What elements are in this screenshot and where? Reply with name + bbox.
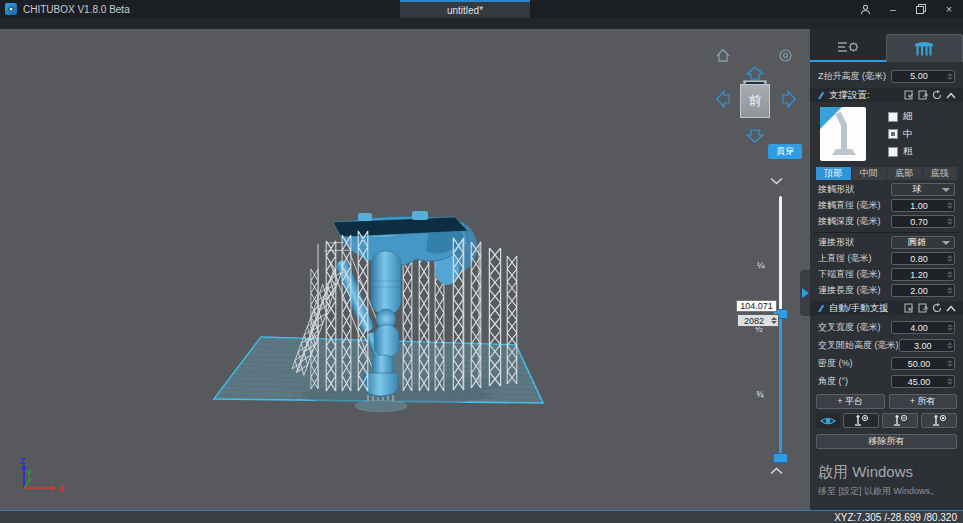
xray-mode-button[interactable]: 貫穿 — [768, 144, 802, 159]
spinner-arrows-icon[interactable] — [946, 378, 954, 385]
reset-icon[interactable] — [932, 90, 942, 100]
tab-raft[interactable]: 底筏 — [923, 167, 958, 180]
field-row: 連接形狀 圓錐 — [818, 236, 955, 249]
view-cube[interactable]: 前 — [740, 80, 770, 118]
slider-step-down-chevron[interactable] — [770, 176, 783, 184]
spinner-arrows-icon[interactable] — [770, 317, 778, 324]
slider-mark-quarter: ¼ — [757, 260, 765, 270]
field-row: 密度 (%) 50.00 — [818, 357, 955, 370]
thickness-medium[interactable]: 中 — [888, 128, 913, 141]
remove-all-supports-button[interactable]: 移除所有 — [816, 434, 957, 449]
rotate-up-arrow[interactable] — [746, 66, 764, 80]
slider-step-up-chevron[interactable] — [770, 466, 783, 474]
spinner-arrows-icon[interactable] — [946, 287, 954, 294]
field-row: 連接長度 (毫米) 2.00 — [818, 284, 955, 297]
reset-icon[interactable] — [932, 303, 942, 313]
support-preview-image — [820, 107, 866, 161]
support-pillar-icon — [912, 40, 936, 57]
thickness-coarse[interactable]: 粗 — [888, 145, 913, 158]
panel-collapse-toggle[interactable] — [800, 270, 810, 316]
z-lift-input[interactable]: 5.00 — [891, 70, 955, 83]
close-button[interactable]: × — [935, 0, 963, 18]
connection-shape-select[interactable]: 圓錐 — [891, 236, 955, 249]
add-all-supports-button[interactable]: + 所有 — [889, 394, 958, 409]
brush-icon — [817, 303, 825, 313]
brush-icon — [817, 90, 825, 100]
spinner-arrows-icon[interactable] — [946, 324, 954, 331]
collapse-chevron-icon[interactable] — [946, 305, 956, 312]
tab-bottom[interactable]: 底部 — [887, 167, 922, 180]
view-cube-front-face[interactable]: 前 — [740, 84, 770, 118]
3d-viewport[interactable]: 前 貫穿 ¼ ½ ¾ 104.071 2082 Z Y — [0, 29, 810, 510]
z-lift-row: Z抬升高度 (毫米) 5.00 — [818, 68, 955, 84]
axis-z-label: Z — [20, 456, 26, 466]
toggle-support-visibility-button[interactable] — [816, 413, 840, 428]
arrow-right-icon — [782, 90, 796, 108]
toolbar-strip — [0, 18, 963, 29]
layer-slider-end-handle[interactable] — [773, 453, 788, 463]
z-lift-label: Z抬升高度 (毫米) — [818, 70, 886, 83]
checkbox-icon[interactable] — [888, 147, 898, 157]
user-account-button[interactable] — [851, 0, 879, 18]
support-settings-panel: Z抬升高度 (毫米) 5.00 支撐設置: 細 — [810, 29, 963, 510]
layer-number-spinner[interactable]: 2082 — [737, 314, 779, 327]
tab-middle[interactable]: 中間 — [852, 167, 887, 180]
contact-depth-input[interactable]: 0.70 — [891, 215, 955, 228]
checkbox-icon[interactable] — [888, 129, 898, 139]
axis-indicator: Z Y X — [8, 454, 72, 500]
field-row: 接觸直徑 (毫米) 1.00 — [818, 199, 955, 212]
angle-input[interactable]: 45.00 — [891, 375, 955, 388]
tab-support-settings[interactable] — [886, 34, 963, 62]
export-icon[interactable] — [918, 90, 928, 100]
spinner-arrows-icon[interactable] — [946, 202, 954, 209]
rotate-down-arrow[interactable] — [746, 129, 764, 143]
import-icon[interactable] — [904, 90, 914, 100]
restore-button[interactable] — [907, 0, 935, 18]
settings-list-gear-icon — [836, 40, 860, 54]
cross-width-input[interactable]: 4.00 — [891, 321, 955, 334]
cross-start-height-input[interactable]: 3.00 — [899, 339, 956, 352]
connection-length-input[interactable]: 2.00 — [891, 284, 955, 297]
spinner-arrows-icon[interactable] — [946, 271, 954, 278]
upper-diameter-input[interactable]: 0.80 — [891, 252, 955, 265]
slider-mark-three-quarter: ¾ — [756, 389, 764, 399]
layer-number-value: 2082 — [738, 316, 770, 326]
add-platform-supports-button[interactable]: + 平台 — [816, 394, 885, 409]
spinner-arrows-icon[interactable] — [946, 342, 954, 349]
support-part-tabs: 頂部 中間 底部 底筏 — [816, 167, 957, 180]
collapse-chevron-icon[interactable] — [946, 92, 956, 99]
minimize-button[interactable]: – — [879, 0, 907, 18]
field-row: 角度 (°) 45.00 — [818, 375, 955, 388]
document-tab[interactable]: untitled* — [400, 0, 530, 18]
contact-shape-select[interactable]: 球 — [891, 183, 955, 196]
perspective-toggle-button[interactable] — [776, 46, 794, 64]
edit-support-tool-button[interactable] — [921, 413, 957, 428]
import-icon[interactable] — [904, 303, 914, 313]
lower-diameter-input[interactable]: 1.20 — [891, 268, 955, 281]
thickness-fine[interactable]: 細 — [888, 110, 913, 123]
support-settings-header: 支撐設置: — [810, 88, 963, 102]
app-title: CHITUBOX V1.8.0 Beta — [23, 4, 130, 15]
layer-slider-track-lower[interactable] — [779, 313, 782, 458]
home-view-button[interactable] — [714, 46, 732, 64]
support-edit-tools — [816, 413, 957, 428]
support-add-icon — [853, 414, 869, 427]
export-icon[interactable] — [918, 303, 928, 313]
spinner-arrows-icon[interactable] — [946, 218, 954, 225]
tab-slice-settings[interactable] — [810, 34, 886, 62]
spinner-arrows-icon[interactable] — [946, 255, 954, 262]
home-icon — [715, 48, 731, 63]
density-input[interactable]: 50.00 — [891, 357, 955, 370]
contact-diameter-input[interactable]: 1.00 — [891, 199, 955, 212]
spinner-arrows-icon[interactable] — [946, 360, 954, 367]
add-support-tool-button[interactable] — [843, 413, 879, 428]
delete-support-tool-button[interactable] — [882, 413, 918, 428]
spinner-arrows-icon[interactable] — [946, 73, 954, 80]
auto-manual-title: 自動/手動支援 — [829, 302, 900, 315]
rotate-right-arrow[interactable] — [782, 90, 796, 108]
layer-slider-track-upper[interactable] — [779, 196, 782, 313]
checkbox-icon[interactable] — [888, 112, 898, 122]
tab-top[interactable]: 頂部 — [816, 167, 851, 180]
rotate-left-arrow[interactable] — [716, 90, 730, 108]
app-logo-icon — [5, 3, 17, 15]
